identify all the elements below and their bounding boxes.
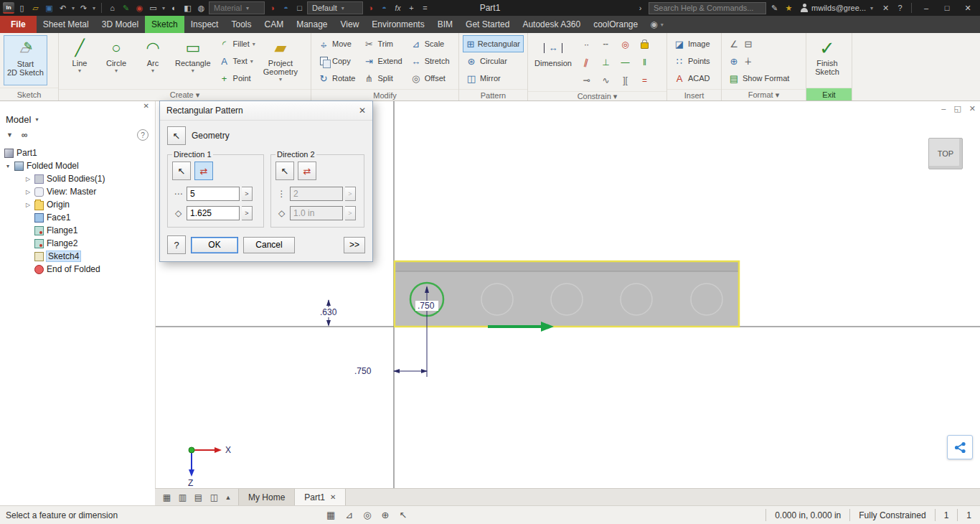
user-account-menu[interactable]: mwilds@gree... ▾ <box>797 4 877 12</box>
point-tool-button[interactable]: + Point <box>216 70 258 87</box>
format-grid-icon[interactable]: ⊟ <box>743 39 754 50</box>
search-binoculars-icon[interactable]: ∞ <box>22 130 28 140</box>
image-button[interactable]: ◪ Image <box>671 35 717 52</box>
appearance-box-icon[interactable]: □ <box>293 1 306 14</box>
display-caret-icon[interactable]: ▾ <box>161 5 166 11</box>
tree-item-part1[interactable]: Part1 <box>0 146 155 159</box>
group-label-constrain[interactable]: Constrain ▾ <box>528 91 666 101</box>
rectangle-caret-icon[interactable]: ▾ <box>192 67 194 74</box>
more-options-button[interactable]: >> <box>344 237 365 253</box>
concentric-constraint-icon[interactable]: ◎ <box>616 35 635 53</box>
tree-item-origin[interactable]: ▷ Origin <box>0 198 155 211</box>
tree-item-folded-model[interactable]: ▾ Folded Model <box>0 159 155 172</box>
new-file-icon[interactable]: ▯ <box>16 1 28 14</box>
part-top-strip[interactable] <box>395 261 739 271</box>
a360-share-button[interactable] <box>947 435 973 459</box>
equals-icon[interactable]: = <box>419 1 431 14</box>
tree-item-view-master[interactable]: ▷ View: Master <box>0 185 155 198</box>
direction1-spacing-input[interactable] <box>187 206 240 220</box>
collinear-constraint-icon[interactable]: ╌ <box>596 35 616 53</box>
geometry-pick-button[interactable]: ↖ <box>167 126 186 145</box>
dialog-close-icon[interactable]: ✕ <box>359 106 366 116</box>
tab-inspect[interactable]: Inspect <box>184 16 225 33</box>
inventor-logo-icon[interactable]: In <box>3 2 14 14</box>
camera-icon[interactable]: ◉ <box>133 1 146 14</box>
split-tool-button[interactable]: ⋔ Split <box>360 70 405 87</box>
tab-my-home[interactable]: My Home <box>238 489 295 505</box>
construction-icon[interactable]: ∔ <box>743 56 754 67</box>
tab-file[interactable]: File <box>0 16 37 33</box>
symmetric-constraint-icon[interactable]: ][ <box>616 71 635 89</box>
tile-horizontal-icon[interactable]: ▥ <box>175 492 190 502</box>
display-settings-icon[interactable]: ▭ <box>147 1 159 14</box>
adjust-blue-icon[interactable]: ◓ <box>378 1 390 14</box>
view-cube[interactable]: TOP <box>928 138 963 169</box>
status-grid-snap-icon[interactable]: ▦ <box>326 510 335 520</box>
tile-cascade-icon[interactable]: ◫ <box>207 492 222 502</box>
stretch-tool-button[interactable]: ↔ Stretch <box>407 52 453 70</box>
tab-tools[interactable]: Tools <box>225 16 258 33</box>
window-maximize-button[interactable]: □ <box>938 1 956 15</box>
open-folder-icon[interactable]: ▱ <box>29 1 42 14</box>
tree-item-flange2[interactable]: Flange2 <box>0 237 155 250</box>
tree-item-flange1[interactable]: Flange1 <box>0 224 155 237</box>
favorites-star-icon[interactable]: ★ <box>783 1 795 14</box>
project-caret-icon[interactable]: ▾ <box>279 76 282 83</box>
fillet-tool-button[interactable]: ◜ Fillet ▾ <box>216 35 258 52</box>
browser-help-icon[interactable]: ? <box>137 129 149 141</box>
copy-tool-button[interactable]: Copy <box>315 52 358 70</box>
circle-caret-icon[interactable]: ▾ <box>115 67 118 74</box>
tree-item-end-of-folded[interactable]: End of Folded <box>0 263 155 276</box>
tile-vertical-icon[interactable]: ▤ <box>191 492 206 502</box>
tab-part1-document[interactable]: Part1 ✕ <box>295 489 346 505</box>
collapsed-caret-icon[interactable]: ▷ <box>24 189 32 195</box>
dim-750v-text[interactable]: .750 <box>418 301 435 311</box>
parallel-constraint-icon[interactable]: ∥ <box>577 53 596 71</box>
arc-caret-icon[interactable]: ▾ <box>151 67 154 74</box>
circular-pattern-button[interactable]: ⊛ Circular <box>463 52 524 70</box>
browser-close-icon[interactable]: ✕ <box>143 102 149 111</box>
ok-button[interactable]: OK <box>191 237 238 253</box>
offset-tool-button[interactable]: ◎ Offset <box>407 70 453 87</box>
move-tool-button[interactable]: ↔↕ Move <box>315 35 358 52</box>
origin-point[interactable] <box>189 447 194 453</box>
tab-manage[interactable]: Manage <box>290 16 334 33</box>
exchange-apps-icon[interactable]: ✕ <box>880 1 892 14</box>
mirror-button[interactable]: ◫ Mirror <box>463 70 524 87</box>
doc-minimize-icon[interactable]: – <box>941 104 946 113</box>
orbit-blue-icon[interactable]: ◓ <box>280 1 292 14</box>
group-label-create[interactable]: Create ▾ <box>59 89 311 100</box>
horizontal-constraint-icon[interactable]: ― <box>616 53 635 71</box>
tab-autodesk-a360[interactable]: Autodesk A360 <box>516 16 587 33</box>
finish-sketch-button[interactable]: ✓ Finish Sketch <box>810 35 844 85</box>
rectangular-pattern-button[interactable]: ⊞ Rectangular <box>463 35 524 52</box>
collapsed-caret-icon[interactable]: ▷ <box>24 202 32 208</box>
smooth-constraint-icon[interactable]: ∿ <box>596 71 616 89</box>
text-caret-icon[interactable]: ▾ <box>250 58 253 65</box>
globe-icon[interactable]: ◍ <box>195 1 207 14</box>
tree-item-face1[interactable]: Face1 <box>0 211 155 224</box>
tab-environments[interactable]: Environments <box>365 16 430 33</box>
search-input[interactable] <box>649 2 766 14</box>
filter-funnel-icon[interactable]: ▼ <box>6 131 13 139</box>
direction1-select-button[interactable]: ↖ <box>172 162 191 180</box>
tab-bim[interactable]: BIM <box>431 16 459 33</box>
direction2-flip-button[interactable]: ⇄ <box>298 162 316 180</box>
direction2-select-button[interactable]: ↖ <box>275 162 294 180</box>
fix-constraint-icon[interactable] <box>635 35 654 53</box>
ribbon-options-icon[interactable]: ◉ ▾ <box>644 16 670 33</box>
parameters-fx-icon[interactable]: fx <box>392 1 404 14</box>
dim-750h-text[interactable]: .750 <box>354 366 372 376</box>
acad-button[interactable]: A ACAD <box>671 70 717 87</box>
centerpoint-icon[interactable]: ⊕ <box>728 56 740 67</box>
tab-coolorange[interactable]: coolOrange <box>587 16 644 33</box>
redo-caret-icon[interactable]: ▾ <box>91 5 97 11</box>
save-icon[interactable]: ▣ <box>43 1 55 14</box>
measure-plus-icon[interactable]: + <box>405 1 418 14</box>
direction1-spacing-flyout[interactable]: > <box>242 206 253 220</box>
equal-constraint-icon[interactable]: = <box>635 71 654 89</box>
status-precise-input-icon[interactable]: ⊕ <box>382 510 390 520</box>
trim-tool-button[interactable]: ✂ Trim <box>360 35 405 52</box>
orbit-red-icon[interactable]: ◑ <box>266 1 278 14</box>
fillet-caret-icon[interactable]: ▾ <box>253 41 255 47</box>
